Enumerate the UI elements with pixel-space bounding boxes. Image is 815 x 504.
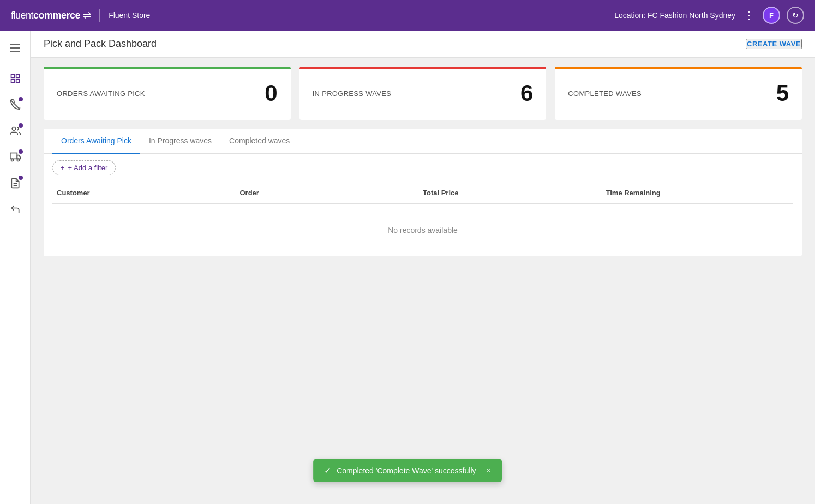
shipping-badge	[19, 97, 23, 101]
tabs-header: Orders Awaiting Pick In Progress waves C…	[44, 129, 802, 154]
add-filter-icon: +	[61, 164, 65, 172]
refresh-button[interactable]: ↻	[787, 7, 804, 24]
brand: fluentcommerce ⇌ Fluent Store	[11, 9, 150, 22]
table-empty-message: No records available	[52, 204, 793, 256]
svg-marker-7	[17, 155, 20, 159]
page-title: Pick and Pack Dashboard	[44, 38, 157, 50]
sidebar-item-delivery[interactable]	[4, 146, 26, 168]
hamburger-line-3	[10, 51, 20, 52]
logo-text-light: fluent	[11, 10, 33, 21]
col-customer: Customer	[57, 189, 240, 197]
stat-label-in-progress: IN PROGRESS WAVES	[313, 89, 392, 98]
col-total-price: Total Price	[423, 189, 606, 197]
table-area: Customer Order Total Price Time Remainin…	[44, 182, 802, 256]
svg-rect-6	[10, 153, 16, 159]
toast-message: Completed 'Complete Wave' successfully	[337, 466, 476, 475]
app-layout: Pick and Pack Dashboard CREATE WAVE ORDE…	[0, 0, 815, 504]
svg-rect-2	[11, 80, 14, 83]
col-time-remaining: Time Remaining	[606, 189, 789, 197]
sidebar-hamburger[interactable]	[4, 37, 26, 59]
users-badge	[19, 123, 23, 128]
logo-text-bold: commerce	[33, 10, 80, 21]
svg-point-9	[17, 159, 19, 161]
add-filter-label: + Add a filter	[68, 164, 108, 172]
stat-card-completed: COMPLETED WAVES 5	[555, 67, 802, 120]
logo[interactable]: fluentcommerce ⇌	[11, 9, 91, 21]
stat-value-in-progress: 6	[520, 82, 533, 105]
tab-in-progress-waves[interactable]: In Progress waves	[140, 129, 220, 154]
table-header: Customer Order Total Price Time Remainin…	[52, 182, 793, 204]
toast-success-icon: ✓	[324, 465, 331, 476]
tabs-section: Orders Awaiting Pick In Progress waves C…	[44, 129, 802, 256]
svg-rect-1	[16, 75, 19, 78]
stat-value-orders: 0	[265, 82, 277, 105]
store-name: Fluent Store	[109, 11, 150, 20]
svg-rect-3	[16, 80, 19, 83]
main-content: Pick and Pack Dashboard CREATE WAVE ORDE…	[31, 31, 815, 504]
stat-body-orders: ORDERS AWAITING PICK 0	[44, 69, 291, 120]
stat-label-completed: COMPLETED WAVES	[568, 89, 642, 98]
sidebar	[0, 31, 31, 504]
toast-close-button[interactable]: ×	[486, 466, 491, 476]
stat-body-in-progress: IN PROGRESS WAVES 6	[299, 69, 547, 120]
hamburger-line-2	[10, 47, 20, 49]
stat-value-completed: 5	[776, 82, 789, 105]
tab-completed-waves[interactable]: Completed waves	[220, 129, 298, 154]
svg-point-8	[11, 159, 13, 161]
avatar[interactable]: F	[763, 7, 780, 24]
location-label: Location: FC Fashion North Sydney	[614, 11, 735, 20]
stat-card-orders-awaiting: ORDERS AWAITING PICK 0	[44, 67, 291, 120]
sidebar-item-users[interactable]	[4, 120, 26, 142]
sidebar-item-shipping[interactable]	[4, 94, 26, 116]
hamburger-line-1	[10, 44, 20, 45]
navbar: fluentcommerce ⇌ Fluent Store Location: …	[0, 0, 815, 31]
create-wave-button[interactable]: CREATE WAVE	[746, 39, 802, 49]
page-header: Pick and Pack Dashboard CREATE WAVE	[31, 31, 815, 58]
sidebar-item-returns[interactable]	[4, 199, 26, 220]
filter-area: + + Add a filter	[44, 154, 802, 182]
navbar-right: Location: FC Fashion North Sydney ⋮ F ↻	[614, 7, 804, 24]
stat-card-in-progress: IN PROGRESS WAVES 6	[299, 67, 547, 120]
add-filter-button[interactable]: + + Add a filter	[52, 160, 116, 175]
tab-orders-awaiting-pick[interactable]: Orders Awaiting Pick	[52, 129, 140, 154]
refresh-icon: ↻	[792, 11, 799, 20]
navbar-divider	[99, 9, 100, 22]
stat-body-completed: COMPLETED WAVES 5	[555, 69, 802, 120]
stat-label-orders: ORDERS AWAITING PICK	[57, 89, 145, 98]
orders-badge	[19, 176, 23, 180]
sidebar-item-pick-pack[interactable]	[4, 68, 26, 89]
toast-notification: ✓ Completed 'Complete Wave' successfully…	[313, 459, 502, 482]
stats-row: ORDERS AWAITING PICK 0 IN PROGRESS WAVES…	[31, 58, 815, 129]
delivery-badge	[19, 149, 23, 154]
logo-symbol: ⇌	[83, 10, 91, 21]
sidebar-item-orders[interactable]	[4, 172, 26, 194]
svg-point-5	[12, 127, 16, 131]
col-order: Order	[240, 189, 423, 197]
svg-rect-0	[11, 75, 14, 78]
more-options-icon[interactable]: ⋮	[742, 7, 756, 23]
